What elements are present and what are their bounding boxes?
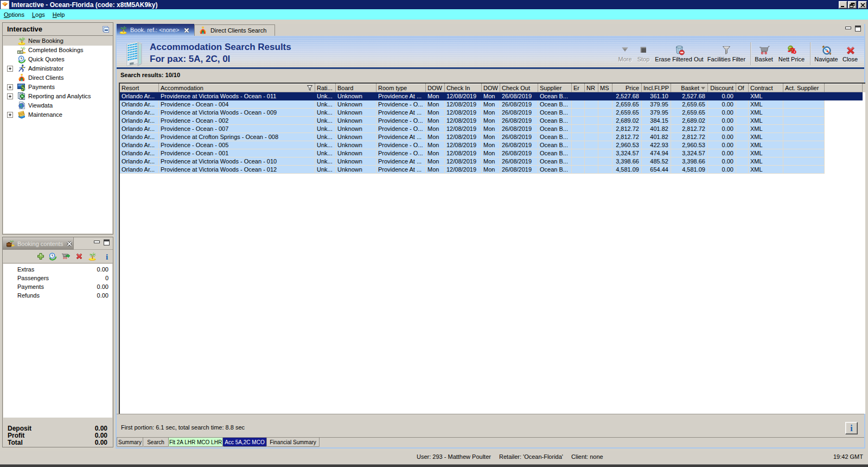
palm-island-icon[interactable]	[88, 252, 97, 261]
window-restore-button[interactable]	[848, 1, 857, 9]
booking-row-value: 0.00	[97, 283, 108, 290]
bottom-tab-summary[interactable]: Summary	[117, 438, 143, 447]
table-cell	[736, 157, 749, 166]
sidebar-collapse-button[interactable]	[102, 26, 110, 33]
column-header-dow[interactable]: DOW	[482, 84, 500, 92]
bottom-tab-financial-summary[interactable]: Financial Summary	[267, 438, 320, 447]
table-row[interactable]: Orlando Ar...Providence at Victoria Wood…	[120, 157, 865, 166]
table-cell	[598, 157, 612, 166]
sidebar-item-new-booking[interactable]: New Booking	[3, 36, 112, 46]
column-header-discount[interactable]: Discount	[708, 84, 736, 92]
table-cell: Mon	[426, 149, 445, 157]
tree-expand-icon[interactable]	[7, 84, 13, 90]
column-header-board[interactable]: Board	[336, 84, 376, 92]
tree-expand-icon[interactable]	[7, 66, 13, 72]
sidebar-item-viewdata[interactable]: Viewdata	[3, 101, 112, 110]
table-cell: Orlando Ar...	[120, 100, 159, 109]
sidebar-item-administrator[interactable]: Administrator	[3, 64, 112, 73]
column-header-nr[interactable]: NR	[585, 84, 598, 92]
table-row[interactable]: Orlando Ar...Providence - Ocean - 004Unk…	[120, 100, 865, 109]
bottom-tab-acc-5a-2c-mco[interactable]: Acc 5A,2C MCO	[223, 438, 267, 447]
column-header-contract[interactable]: Contract	[749, 84, 783, 92]
booking-contents-close-icon[interactable]	[66, 241, 72, 247]
table-cell: 0.00	[708, 117, 736, 125]
booking-contents-maximize-icon[interactable]	[104, 239, 110, 247]
column-header-dow[interactable]: DOW	[426, 84, 445, 92]
toolbar-close-button[interactable]: Close	[826, 45, 868, 64]
column-header-resort[interactable]: Resort	[120, 84, 159, 92]
table-row[interactable]: Orlando Ar...Providence at Victoria Wood…	[120, 92, 865, 100]
table-row[interactable]: Orlando Ar...Providence - Ocean - 007Unk…	[120, 125, 865, 133]
sidebar-item-payments[interactable]: $ Payments	[3, 83, 112, 92]
table-row[interactable]: Orlando Ar...Providence at Crofton Sprin…	[120, 133, 865, 141]
column-header-price[interactable]: Price	[612, 84, 642, 92]
column-header-label: NR	[586, 85, 595, 91]
menu-options[interactable]: Options	[0, 10, 28, 19]
booking-contents-row[interactable]: Extras 0.00	[3, 266, 112, 274]
column-header-incl-fl-pp[interactable]: Incl.Fl.PP	[642, 84, 671, 92]
tree-expand-icon[interactable]	[7, 93, 13, 99]
tab-booking-ref[interactable]: Book. ref.: <none>	[117, 24, 194, 36]
table-row[interactable]: Orlando Ar...Providence - Ocean - 001Unk…	[120, 149, 865, 157]
table-cell	[783, 141, 825, 149]
column-header-act-supplier[interactable]: Act. Supplier	[783, 84, 825, 92]
filter-funnel-icon[interactable]	[307, 85, 313, 91]
window-close-button[interactable]	[858, 1, 867, 9]
column-header-label: Check Out	[502, 85, 530, 91]
sidebar-item-label: Completed Bookings	[28, 47, 84, 53]
column-header-supplier[interactable]: Supplier	[538, 84, 572, 92]
sidebar-item-direct-clients[interactable]: Direct Clients	[3, 73, 112, 83]
column-header-check-out[interactable]: Check Out	[500, 84, 538, 92]
table-cell: 0.00	[708, 141, 736, 149]
sidebar-item-completed-bookings[interactable]: Completed Bookings	[3, 46, 112, 55]
window-minimize-button[interactable]	[839, 1, 847, 9]
sidebar-item-quick-quotes[interactable]: Quick Quotes	[3, 55, 112, 64]
booking-contents-row[interactable]: Passengers 0	[3, 274, 112, 283]
column-header-room-type[interactable]: Room type	[376, 84, 426, 92]
sidebar-item-reporting-and-analytics[interactable]: Reporting and Analytics	[3, 92, 112, 101]
info-button[interactable]: i	[845, 422, 858, 434]
column-header-of[interactable]: Of	[736, 84, 749, 92]
menu-logs[interactable]: Logs	[28, 10, 49, 19]
column-header-er[interactable]: Er	[572, 84, 585, 92]
booking-contents-row[interactable]: Refunds 0.00	[3, 292, 112, 300]
column-header-check-in[interactable]: Check In	[445, 84, 482, 92]
info-i-icon[interactable]: i	[103, 252, 111, 261]
table-cell	[572, 92, 585, 100]
tab-direct-clients-search[interactable]: Direct Clients Search	[194, 24, 275, 36]
table-cell: 2,659.65	[671, 100, 708, 109]
booking-contents-row[interactable]: Payments 0.00	[3, 283, 112, 292]
clock-refresh-icon[interactable]	[48, 252, 57, 261]
table-cell: Ocean B...	[538, 100, 572, 109]
table-cell: Mon	[426, 117, 445, 125]
tab-close-icon[interactable]	[183, 27, 189, 33]
panel-minimize-icon[interactable]	[845, 26, 851, 33]
bottom-tab-flt-2a-lhr-mco-lhr[interactable]: Flt 2A LHR MCO LHR	[169, 438, 223, 447]
column-header-ms[interactable]: MS	[598, 84, 612, 92]
table-cell: XML	[749, 92, 783, 100]
bottom-tab-search[interactable]: Search	[143, 438, 169, 447]
column-header-accommodation[interactable]: Accommodation	[159, 84, 315, 92]
x-red-icon[interactable]	[75, 252, 84, 261]
menu-underline: O	[4, 11, 9, 18]
booking-contents-tab[interactable]: Booking contents	[3, 237, 74, 250]
menu-help[interactable]: Help	[49, 10, 69, 19]
panel-maximize-icon[interactable]	[855, 26, 861, 33]
tree-expand-icon[interactable]	[7, 112, 13, 118]
toolbar-erase-filtered-out-button[interactable]: Erase Filtered Out	[655, 45, 704, 64]
column-header-label: Contract	[750, 85, 773, 91]
column-header-rati-[interactable]: Rati...	[315, 84, 336, 92]
cart-arrow-icon[interactable]	[61, 252, 70, 261]
table-row[interactable]: Orlando Ar...Providence - Ocean - 002Unk…	[120, 117, 865, 125]
table-row[interactable]: Orlando Ar...Providence - Ocean - 005Unk…	[120, 141, 865, 149]
add-plus-icon[interactable]	[36, 252, 45, 261]
table-row[interactable]: Orlando Ar...Providence at Victoria Wood…	[120, 166, 865, 174]
table-cell: XML	[749, 157, 783, 166]
column-header-basket[interactable]: Basket	[671, 84, 708, 92]
table-cell: Mon	[482, 125, 500, 133]
booking-contents-minimize-icon[interactable]	[94, 239, 100, 247]
table-row[interactable]: Orlando Ar...Providence at Victoria Wood…	[120, 109, 865, 117]
info-icon: i	[850, 424, 852, 433]
table-cell: 12/08/2019	[445, 149, 482, 157]
sidebar-item-maintenance[interactable]: Maintenance	[3, 110, 112, 119]
